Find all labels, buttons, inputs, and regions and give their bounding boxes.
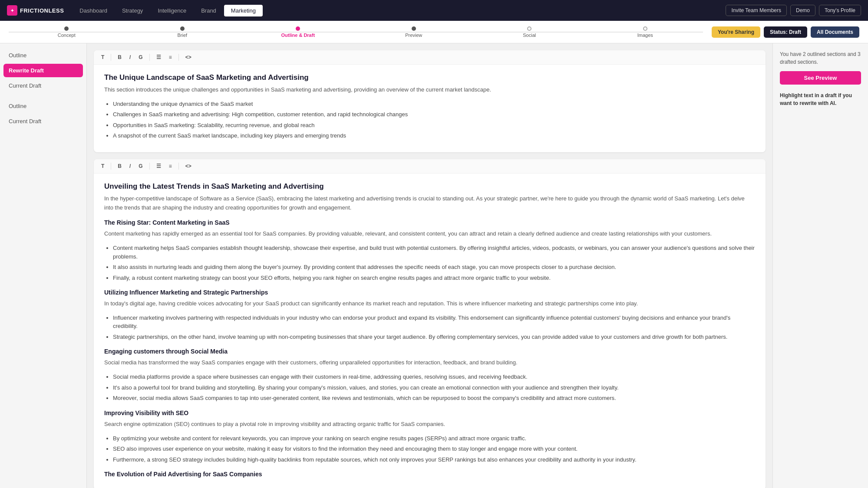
nav-tab-intelligence[interactable]: Intelligence [151,5,193,16]
toolbar-bold-btn-1[interactable]: B [115,53,125,62]
section-2-intro: In the hyper-competitive landscape of So… [104,194,755,213]
left-sidebar: Outline Rewrite Draft Current Draft Outl… [0,43,87,488]
toolbar-italic-btn-2[interactable]: / [126,162,134,170]
step-images[interactable]: Images [587,26,703,38]
step-dot-outline-draft [296,26,300,31]
section-1-title: The Unique Landscape of SaaS Marketing a… [104,73,755,82]
toolbar-text-btn-1[interactable]: T [98,53,107,62]
status-button[interactable]: Status: Draft [764,26,807,38]
bullet-seo-3: Furthermore, a strong SEO strategy inclu… [113,455,755,464]
invite-team-members-button[interactable]: Invite Team Members [726,5,787,16]
step-actions: You're Sharing Status: Draft All Documen… [712,26,859,38]
editor-section-2: T B / G ☰ ≡ <> Unveiling the Latest Tren… [94,159,766,488]
step-concept[interactable]: Concept [9,26,125,38]
toolbar-sep-1 [111,54,111,61]
nav-tab-strategy[interactable]: Strategy [115,5,150,16]
nav-tab-brand[interactable]: Brand [194,5,223,16]
nav-tab-dashboard[interactable]: Dashboard [73,5,114,16]
editor-section-1: T B / G ☰ ≡ <> The Unique Landscape of S… [94,50,766,152]
sidebar-hint-text: Highlight text in a draft if you want to… [780,92,861,107]
step-brief[interactable]: Brief [125,26,241,38]
toolbar-numlist-btn-2[interactable]: ≡ [166,162,175,170]
toolbar-sep-5 [149,163,150,170]
subsection-influencer-intro: In today's digital age, having credible … [104,299,755,308]
step-social[interactable]: Social [472,26,587,38]
editor-toolbar-2: T B / G ☰ ≡ <> [94,159,766,174]
main-layout: Outline Rewrite Draft Current Draft Outl… [0,43,868,488]
step-label-concept: Concept [58,33,76,38]
editor-body-1: The Unique Landscape of SaaS Marketing a… [94,65,766,152]
subsection-seo-title: Improving Visibility with SEO [104,409,755,416]
toolbar-g-btn-1[interactable]: G [135,53,145,62]
subsection-content-marketing-intro: Content marketing has rapidly emerged as… [104,229,755,239]
bullet-1-3: Opportunities in SaaS marketing: Scalabi… [113,121,755,130]
bullet-seo-2: SEO also improves user experience on you… [113,445,755,453]
editor-body-2: Unveiling the Latest Trends in SaaS Mark… [94,174,766,488]
subsection-influencer-bullets: Influencer marketing involves partnering… [104,314,755,341]
toolbar-sep-6 [178,163,179,170]
step-outline-draft[interactable]: Outline & Draft [240,26,356,38]
sidebar-item-outline-1[interactable]: Outline [3,49,83,62]
toolbar-code-btn-2[interactable]: <> [182,162,195,170]
bullet-inf-1: Influencer marketing involves partnering… [113,314,755,331]
step-bar: Concept Brief Outline & Draft Preview So… [0,21,868,43]
toolbar-italic-btn-1[interactable]: / [126,53,134,62]
toolbar-sep-2 [149,54,150,61]
bullet-cm-2: It also assists in nurturing leads and g… [113,263,755,272]
toolbar-bold-btn-2[interactable]: B [115,162,125,170]
toolbar-sep-3 [178,54,179,61]
bullet-cm-1: Content marketing helps SaaS companies e… [113,244,755,261]
all-documents-button[interactable]: All Documents [811,26,859,38]
subsection-social-title: Engaging customers through Social Media [104,348,755,355]
nav-tab-marketing[interactable]: Marketing [224,5,263,16]
sidebar-group-2: Outline Current Draft [3,99,83,128]
profile-button[interactable]: Tony's Profile [819,5,861,16]
sidebar-item-outline-2[interactable]: Outline [3,99,83,113]
steps-container: Concept Brief Outline & Draft Preview So… [9,26,703,38]
logo-icon: ✦ [7,5,17,16]
main-content: T B / G ☰ ≡ <> The Unique Landscape of S… [87,43,772,488]
right-sidebar: You have 2 outlined sections and 3 draft… [772,43,868,488]
subsection-seo-bullets: By optimizing your website and content f… [104,434,755,464]
sidebar-item-current-draft-2[interactable]: Current Draft [3,115,83,128]
subsection-content-marketing-bullets: Content marketing helps SaaS companies e… [104,244,755,282]
toolbar-sep-4 [111,163,111,170]
bullet-soc-2: It's also a powerful tool for brand buil… [113,383,755,392]
sidebar-item-current-draft-1[interactable]: Current Draft [3,79,83,92]
bullet-soc-3: Moreover, social media allows SaaS compa… [113,394,755,403]
step-label-images: Images [637,33,653,38]
subsection-influencer-title: Utilizing Influencer Marketing and Strat… [104,289,755,296]
bullet-soc-1: Social media platforms provide a space w… [113,373,755,381]
sidebar-info-text: You have 2 outlined sections and 3 draft… [780,50,861,66]
toolbar-code-btn-1[interactable]: <> [182,53,195,62]
section-1-intro: This section introduces the unique chall… [104,85,755,95]
step-dot-images [643,26,647,31]
step-label-preview: Preview [405,33,422,38]
demo-button[interactable]: Demo [790,5,815,16]
bullet-inf-2: Strategic partnerships, on the other han… [113,333,755,341]
section-1-bullets: Understanding the unique dynamics of the… [104,100,755,140]
step-label-outline-draft: Outline & Draft [281,33,315,38]
subsection-content-marketing-title: The Rising Star: Content Marketing in Sa… [104,219,755,226]
toolbar-numlist-btn-1[interactable]: ≡ [166,53,175,62]
logo: ✦ FRICTIONLESS [7,5,64,16]
step-dot-social [527,26,531,31]
bullet-1-2: Challenges in SaaS marketing and adverti… [113,110,755,119]
section-2-title: Unveiling the Latest Trends in SaaS Mark… [104,182,755,191]
toolbar-text-btn-2[interactable]: T [98,162,107,170]
subsection-seo-intro: Search engine optimization (SEO) continu… [104,420,755,429]
toolbar-list-btn-2[interactable]: ☰ [153,162,164,170]
sharing-button[interactable]: You're Sharing [712,26,760,38]
subsection-paid-title: The Evolution of Paid Advertising for Sa… [104,471,755,478]
step-preview[interactable]: Preview [356,26,472,38]
bullet-1-4: A snapshot of the current SaaS market la… [113,131,755,140]
subsection-social-intro: Social media has transformed the way Saa… [104,358,755,367]
step-label-social: Social [523,33,536,38]
see-preview-button[interactable]: See Preview [780,71,861,85]
logo-text: FRICTIONLESS [20,7,64,14]
toolbar-list-btn-1[interactable]: ☰ [153,53,164,62]
nav-right-actions: Invite Team Members Demo Tony's Profile [726,5,861,16]
sidebar-item-rewrite-draft[interactable]: Rewrite Draft [3,64,83,77]
toolbar-g-btn-2[interactable]: G [135,162,145,170]
bullet-seo-1: By optimizing your website and content f… [113,434,755,443]
